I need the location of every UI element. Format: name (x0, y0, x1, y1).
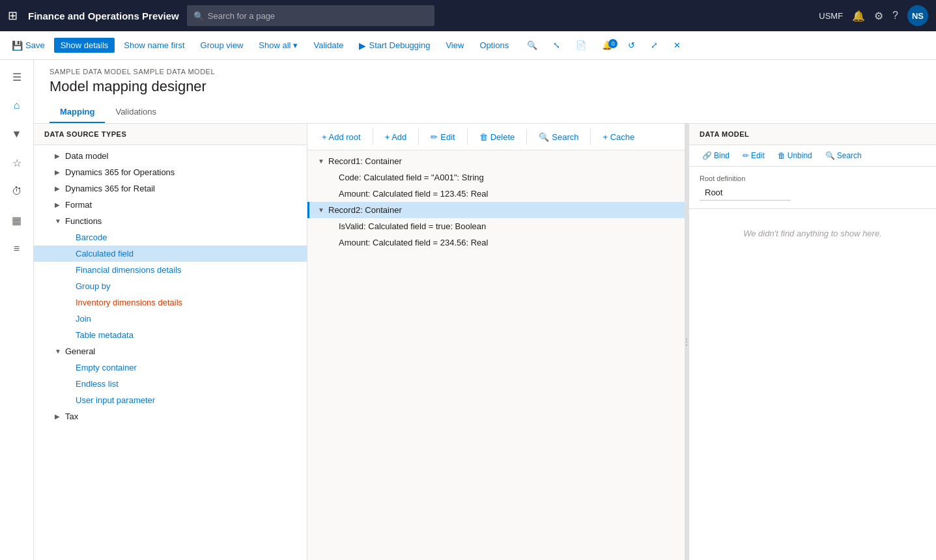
datasource-tree: ▼ Record1: Container Code: Calculated fi… (307, 150, 685, 560)
waffle-icon[interactable]: ⊞ (8, 8, 18, 23)
group-view-button[interactable]: Group view (194, 38, 250, 53)
start-debugging-label: Start Debugging (369, 40, 430, 50)
ds-item-isvalid[interactable]: IsValid: Calculated field = true: Boolea… (307, 218, 685, 234)
group-view-label: Group view (201, 40, 244, 50)
settings-icon[interactable]: ⚙ (874, 10, 883, 22)
options-button[interactable]: Options (473, 38, 515, 53)
debug-icon: ▶ (359, 40, 366, 51)
sidebar-list-icon[interactable]: ≡ (5, 237, 29, 260)
sidebar-clock-icon[interactable]: ⏱ (5, 180, 29, 203)
validate-button[interactable]: Validate (307, 38, 350, 53)
left-panel: DATA SOURCE TYPES ▶ Data model ▶ Dynamic… (34, 124, 307, 560)
tree-item-d365-retail[interactable]: ▶ Dynamics 365 for Retail (34, 180, 307, 197)
show-all-label: Show all (259, 40, 291, 50)
open-new-button[interactable]: ⤢ (644, 38, 664, 53)
expand-icon-functions: ▼ (55, 217, 65, 225)
view-button[interactable]: View (439, 38, 470, 53)
cache-button[interactable]: + Cache (596, 130, 641, 145)
show-name-first-button[interactable]: Show name first (117, 38, 191, 53)
badge: 0 (608, 39, 617, 48)
cross-arrows-button[interactable]: ⤡ (546, 38, 567, 53)
tab-validations[interactable]: Validations (105, 102, 167, 123)
dm-edit-button[interactable]: ✏ Edit (737, 149, 770, 162)
page-title: Model mapping designer (50, 78, 920, 95)
refresh-button[interactable]: ↺ (621, 38, 642, 53)
tree-item-general[interactable]: ▼ General (34, 343, 307, 359)
close-button[interactable]: ✕ (667, 38, 687, 53)
add-button[interactable]: + Add (378, 130, 414, 145)
tree-item-functions[interactable]: ▼ Functions (34, 213, 307, 229)
badge-button[interactable]: 🔔 0 (595, 38, 619, 53)
doc-button[interactable]: 📄 (569, 38, 593, 53)
ds-item-record2[interactable]: ▼ Record2: Container (307, 202, 685, 218)
tree-item-tax[interactable]: ▶ Tax (34, 408, 307, 425)
ds-item-amount1[interactable]: Amount: Calculated field = 123.45: Real (307, 186, 685, 202)
tree-item-table-metadata[interactable]: Table metadata (34, 327, 307, 343)
tree-item-join[interactable]: Join (34, 311, 307, 327)
tree-item-group-by[interactable]: Group by (34, 278, 307, 294)
sidebar-home-icon[interactable]: ⌂ (5, 94, 29, 117)
search-cmd-button[interactable]: 🔍 (520, 38, 544, 53)
sidebar-menu-icon[interactable]: ☰ (5, 65, 29, 89)
datasource-types-header: DATA SOURCE TYPES (34, 124, 307, 145)
global-search-bar[interactable]: 🔍 (187, 5, 434, 26)
unbind-icon: 🗑 (778, 151, 786, 160)
tree-item-d365-ops[interactable]: ▶ Dynamics 365 for Operations (34, 164, 307, 180)
tree-item-data-model[interactable]: ▶ Data model (34, 148, 307, 164)
tree-item-empty-container[interactable]: Empty container (34, 359, 307, 376)
data-model-header: DATA MODEL (689, 124, 936, 145)
dm-search-button[interactable]: 🔍 Search (820, 149, 867, 162)
tree-item-financial-dims[interactable]: Financial dimensions details (34, 262, 307, 278)
search-ds-button[interactable]: 🔍 Search (532, 130, 585, 145)
tree-item-endless-list[interactable]: Endless list (34, 376, 307, 392)
dm-edit-icon: ✏ (743, 151, 749, 160)
show-details-button[interactable]: Show details (54, 38, 115, 53)
delete-button[interactable]: 🗑 Delete (473, 130, 522, 145)
tree-item-barcode[interactable]: Barcode (34, 229, 307, 245)
sidebar-grid-icon[interactable]: ▦ (5, 208, 29, 232)
global-search-input[interactable] (208, 11, 428, 21)
show-all-button[interactable]: Show all ▾ (252, 38, 304, 53)
org-label: USMF (819, 11, 843, 21)
datasource-types-tree: ▶ Data model ▶ Dynamics 365 for Operatio… (34, 145, 307, 560)
dm-search-icon: 🔍 (825, 151, 835, 160)
unbind-button[interactable]: 🗑 Unbind (773, 149, 817, 162)
expand-icon-record2: ▼ (318, 206, 328, 214)
root-definition-label: Root definition (700, 175, 926, 182)
tab-mapping[interactable]: Mapping (50, 102, 105, 123)
tree-item-user-input[interactable]: User input parameter (34, 392, 307, 408)
tree-item-calculated-field[interactable]: Calculated field (34, 245, 307, 262)
refresh-icon: ↺ (628, 40, 635, 50)
help-icon[interactable]: ? (892, 10, 898, 21)
ds-item-code[interactable]: Code: Calculated field = "A001": String (307, 169, 685, 186)
app-title: Finance and Operations Preview (28, 10, 179, 21)
search-icon: 🔍 (193, 11, 204, 21)
ds-item-record1[interactable]: ▼ Record1: Container (307, 153, 685, 169)
doc-icon: 📄 (576, 40, 586, 50)
show-details-label: Show details (61, 40, 109, 50)
user-avatar[interactable]: NS (907, 5, 928, 26)
tree-item-inventory-dims[interactable]: Inventory dimensions details (34, 294, 307, 311)
save-button[interactable]: 💾 Save (5, 38, 51, 53)
ds-item-amount2[interactable]: Amount: Calculated field = 234.56: Real (307, 234, 685, 251)
bind-button[interactable]: 🔗 Bind (697, 149, 735, 162)
delete-icon: 🗑 (479, 132, 488, 142)
root-definition-section: Root definition Root (689, 167, 936, 209)
show-all-chevron-icon: ▾ (293, 40, 298, 50)
add-root-button[interactable]: + Add root (315, 130, 367, 145)
expand-icon-data-model: ▶ (55, 152, 65, 160)
sidebar-filter-icon[interactable]: ▼ (5, 122, 29, 146)
notification-icon[interactable]: 🔔 (852, 10, 865, 22)
top-right-actions: USMF 🔔 ⚙ ? NS (819, 5, 928, 26)
page-tabs: Mapping Validations (50, 102, 920, 123)
main-layout: ☰ ⌂ ▼ ☆ ⏱ ▦ ≡ SAMPLE DATA MODEL SAMPLE D… (0, 60, 936, 560)
data-model-toolbar: 🔗 Bind ✏ Edit 🗑 Unbind 🔍 Search (689, 145, 936, 167)
expand-icon-d365-ops: ▶ (55, 169, 65, 176)
start-debugging-button[interactable]: ▶ Start Debugging (352, 38, 436, 53)
expand-icon-general: ▼ (55, 348, 65, 355)
sidebar-star-icon[interactable]: ☆ (5, 151, 29, 175)
edit-button[interactable]: ✏ Edit (424, 130, 461, 145)
expand-icon-tax: ▶ (55, 413, 65, 420)
tree-item-format[interactable]: ▶ Format (34, 197, 307, 213)
content-area: SAMPLE DATA MODEL SAMPLE DATA MODEL Mode… (34, 60, 936, 560)
